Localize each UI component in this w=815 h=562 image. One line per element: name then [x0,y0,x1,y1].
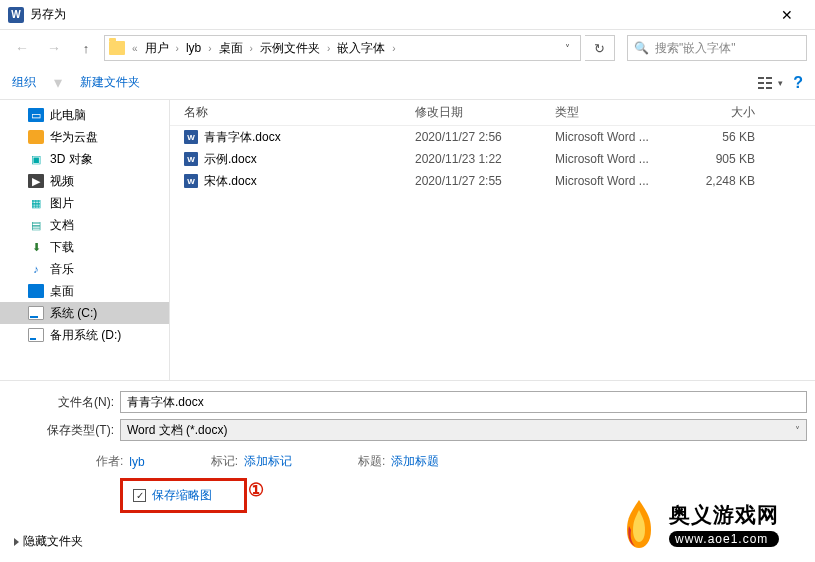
chevron-icon: « [129,43,141,54]
save-thumbnail-checkbox[interactable]: ✓ [133,489,146,502]
separator: ▾ [54,73,62,92]
sidebar-item-3d[interactable]: ▣3D 对象 [0,148,169,170]
picture-icon: ▦ [28,196,44,210]
drive-icon [28,306,44,320]
column-type[interactable]: 类型 [555,104,695,121]
triangle-icon [14,538,19,546]
back-button[interactable]: ← [8,35,36,61]
breadcrumb[interactable]: lyb [184,41,203,55]
sidebar-item-pictures[interactable]: ▦图片 [0,192,169,214]
sidebar-item-desktop[interactable]: 桌面 [0,280,169,302]
save-thumbnail-label: 保存缩略图 [152,487,212,504]
annotation-number-1: ① [248,479,264,501]
sidebar-item-pc[interactable]: ▭此电脑 [0,104,169,126]
watermark-logo [613,496,665,552]
svg-rect-1 [758,82,764,84]
file-row[interactable]: W宋体.docx 2020/11/27 2:55 Microsoft Word … [170,170,815,192]
annotation-box-1: ✓ 保存缩略图 [120,478,247,513]
docx-icon: W [184,174,198,188]
refresh-button[interactable]: ↻ [585,35,615,61]
drive-icon [28,328,44,342]
toolbar: 组织 ▾ 新建文件夹 ▾ ? [0,66,815,100]
svg-rect-2 [758,87,764,89]
watermark: 奥义游戏网 www.aoe1.com [613,488,813,560]
window-title: 另存为 [30,6,767,23]
hide-folders-button[interactable]: 隐藏文件夹 [14,533,83,550]
word-icon: W [8,7,24,23]
svg-rect-0 [758,77,764,79]
author-label: 作者: [96,453,123,470]
chevron-icon: › [324,43,333,54]
filetype-label: 保存类型(T): [8,422,120,439]
watermark-url: www.aoe1.com [669,531,779,547]
docx-icon: W [184,130,198,144]
docx-icon: W [184,152,198,166]
sidebar-item-documents[interactable]: ▤文档 [0,214,169,236]
title-meta-label: 标题: [358,453,385,470]
sidebar-item-video[interactable]: ▶视频 [0,170,169,192]
chevron-icon: › [247,43,256,54]
sidebar-item-music[interactable]: ♪音乐 [0,258,169,280]
breadcrumb[interactable]: 嵌入字体 [335,40,387,57]
desktop-icon [28,284,44,298]
breadcrumb[interactable]: 示例文件夹 [258,40,322,57]
new-folder-button[interactable]: 新建文件夹 [80,74,140,91]
chevron-icon: › [173,43,182,54]
organize-button[interactable]: 组织 [12,74,36,91]
file-row[interactable]: W青青字体.docx 2020/11/27 2:56 Microsoft Wor… [170,126,815,148]
column-date[interactable]: 修改日期 [415,104,555,121]
column-size[interactable]: 大小 [695,104,765,121]
sidebar-item-drive-c[interactable]: 系统 (C:) [0,302,169,324]
chevron-icon: › [389,43,398,54]
svg-rect-4 [766,82,772,84]
flame-icon [613,496,665,552]
forward-button[interactable]: → [40,35,68,61]
filetype-select[interactable]: Word 文档 (*.docx) ˅ [120,419,807,441]
view-mode-button[interactable]: ▾ [758,76,783,90]
breadcrumb[interactable]: 桌面 [217,40,245,57]
sidebar-item-cloud[interactable]: 华为云盘 [0,126,169,148]
search-input[interactable]: 🔍 搜索"嵌入字体" [627,35,807,61]
folder-icon [109,41,125,55]
chevron-icon: › [205,43,214,54]
svg-rect-3 [766,77,772,79]
document-icon: ▤ [28,218,44,232]
search-placeholder: 搜索"嵌入字体" [655,40,736,57]
svg-rect-5 [766,87,772,89]
cube-icon: ▣ [28,152,44,166]
cloud-icon [28,130,44,144]
filename-label: 文件名(N): [8,394,120,411]
chevron-down-icon: ˅ [795,425,800,436]
search-icon: 🔍 [634,41,649,55]
navbar: ← → ↑ « 用户 › lyb › 桌面 › 示例文件夹 › 嵌入字体 › ˅… [0,30,815,66]
title-meta-value[interactable]: 添加标题 [391,453,439,470]
close-button[interactable]: ✕ [767,0,807,30]
download-icon: ⬇ [28,240,44,254]
address-dropdown-icon[interactable]: ˅ [559,43,576,54]
watermark-text: 奥义游戏网 [669,501,779,529]
body: ▭此电脑 华为云盘 ▣3D 对象 ▶视频 ▦图片 ▤文档 ⬇下载 ♪音乐 桌面 … [0,100,815,380]
address-bar[interactable]: « 用户 › lyb › 桌面 › 示例文件夹 › 嵌入字体 › ˅ [104,35,581,61]
filename-input[interactable] [120,391,807,413]
breadcrumb[interactable]: 用户 [143,40,171,57]
file-row[interactable]: W示例.docx 2020/11/23 1:22 Microsoft Word … [170,148,815,170]
list-view-icon [758,76,776,90]
up-button[interactable]: ↑ [72,35,100,61]
column-name[interactable]: 名称 [170,104,415,121]
file-list: 名称 修改日期 类型 大小 W青青字体.docx 2020/11/27 2:56… [170,100,815,380]
sidebar: ▭此电脑 华为云盘 ▣3D 对象 ▶视频 ▦图片 ▤文档 ⬇下载 ♪音乐 桌面 … [0,100,170,380]
help-icon[interactable]: ? [793,74,803,92]
pc-icon: ▭ [28,108,44,122]
music-icon: ♪ [28,262,44,276]
sidebar-item-drive-d[interactable]: 备用系统 (D:) [0,324,169,346]
tag-value[interactable]: 添加标记 [244,453,292,470]
tag-label: 标记: [211,453,238,470]
author-value[interactable]: lyb [129,455,144,469]
video-icon: ▶ [28,174,44,188]
sidebar-item-downloads[interactable]: ⬇下载 [0,236,169,258]
file-header: 名称 修改日期 类型 大小 [170,100,815,126]
titlebar: W 另存为 ✕ [0,0,815,30]
